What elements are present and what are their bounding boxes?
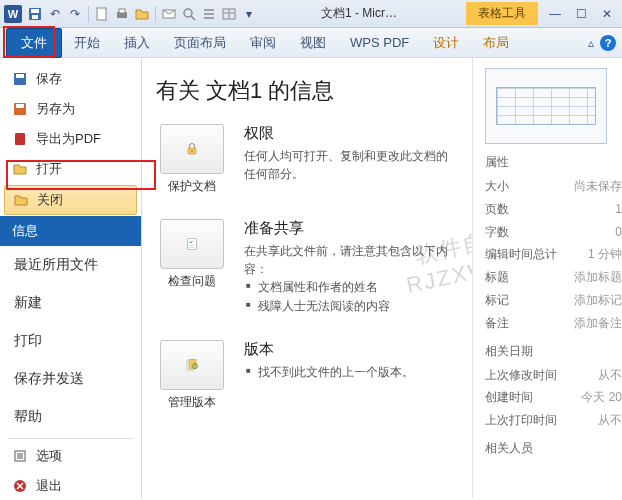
find-icon[interactable]	[180, 5, 198, 23]
close-folder-icon	[13, 192, 29, 208]
prop-created-value: 今天 20	[581, 386, 622, 409]
tab-layout[interactable]: 页面布局	[162, 28, 238, 58]
check-item: 残障人士无法阅读的内容	[244, 297, 458, 316]
open-icon	[12, 161, 28, 177]
tab-wps-pdf[interactable]: WPS PDF	[338, 29, 421, 56]
properties-panel: 属性 大小尚未保存 页数1 字数0 编辑时间总计1 分钟 标题添加标题 标记添加…	[472, 58, 622, 498]
prop-printed-value: 从不	[598, 409, 622, 432]
sidebar-export-pdf[interactable]: 导出为PDF	[0, 124, 141, 154]
window-controls: — ☐ ✕	[544, 6, 618, 22]
sidebar-open[interactable]: 打开	[0, 154, 141, 184]
prop-created-label: 创建时间	[485, 386, 533, 409]
sidebar-save-as[interactable]: 另存为	[0, 94, 141, 124]
permissions-text: 任何人均可打开、复制和更改此文档的任何部分。	[244, 147, 458, 183]
prop-size-value: 尚未保存	[574, 175, 622, 198]
prop-pages-label: 页数	[485, 198, 509, 221]
versions-heading: 版本	[244, 340, 458, 359]
svg-rect-11	[16, 74, 24, 78]
tab-view[interactable]: 视图	[288, 28, 338, 58]
exit-icon	[12, 478, 28, 494]
prop-words-value: 0	[615, 221, 622, 244]
svg-rect-5	[119, 9, 125, 13]
prop-edittime-label: 编辑时间总计	[485, 243, 557, 266]
prop-words-label: 字数	[485, 221, 509, 244]
versions-icon	[160, 340, 224, 390]
sidebar-print[interactable]: 打印	[0, 322, 141, 360]
svg-line-8	[191, 16, 195, 20]
separator	[155, 6, 156, 22]
ribbon-minimize-icon[interactable]: ▵	[588, 36, 594, 50]
backstage-view: 保存 另存为 导出为PDF 打开 关闭 信息 最近所用文件 新建 打印 保存并发…	[0, 58, 622, 498]
svg-rect-19	[188, 239, 197, 250]
people-heading: 相关人员	[485, 440, 622, 457]
document-thumbnail[interactable]	[485, 68, 607, 144]
prop-title-value[interactable]: 添加标题	[574, 266, 622, 289]
check-item: 文档属性和作者的姓名	[244, 278, 458, 297]
sidebar-recent[interactable]: 最近所用文件	[0, 246, 141, 284]
save-as-icon	[12, 101, 28, 117]
permissions-heading: 权限	[244, 124, 458, 143]
options-icon	[12, 448, 28, 464]
separator	[8, 438, 133, 439]
prop-title-label: 标题	[485, 266, 509, 289]
toc-icon[interactable]	[200, 5, 218, 23]
check-section: 检查问题 准备共享 在共享此文件前，请注意其包含以下内容： 文档属性和作者的姓名…	[156, 219, 458, 316]
prop-modified-label: 上次修改时间	[485, 364, 557, 387]
prop-notes-value[interactable]: 添加备注	[574, 312, 622, 335]
tab-home[interactable]: 开始	[62, 28, 112, 58]
tab-insert[interactable]: 插入	[112, 28, 162, 58]
save-icon[interactable]	[26, 5, 44, 23]
prop-pages-value: 1	[615, 198, 622, 221]
tab-file[interactable]: 文件	[6, 28, 62, 58]
sidebar-help[interactable]: 帮助	[0, 398, 141, 436]
prop-tags-value[interactable]: 添加标记	[574, 289, 622, 312]
checklist-icon	[160, 219, 224, 269]
open-folder-icon[interactable]	[133, 5, 151, 23]
redo-icon[interactable]: ↷	[66, 5, 84, 23]
table-icon[interactable]	[220, 5, 238, 23]
page-title: 有关 文档1 的信息	[156, 76, 458, 106]
version-text: 找不到此文件的上一个版本。	[244, 363, 458, 382]
help-icon[interactable]: ?	[600, 35, 616, 51]
prop-size-label: 大小	[485, 175, 509, 198]
close-window-button[interactable]: ✕	[596, 6, 618, 22]
manage-versions-button[interactable]: 管理版本	[156, 340, 228, 411]
prop-edittime-value: 1 分钟	[588, 243, 622, 266]
ribbon-tabs: 文件 开始 插入 页面布局 审阅 视图 WPS PDF 设计 布局 ▵ ?	[0, 28, 622, 58]
sidebar-options[interactable]: 选项	[0, 441, 141, 471]
svg-rect-2	[32, 15, 38, 19]
sidebar-save[interactable]: 保存	[0, 64, 141, 94]
version-section: 管理版本 版本 找不到此文件的上一个版本。	[156, 340, 458, 411]
contextual-tab-label: 表格工具	[466, 2, 538, 25]
svg-rect-1	[31, 9, 39, 13]
email-icon[interactable]	[160, 5, 178, 23]
save-icon	[12, 71, 28, 87]
lock-shield-icon	[160, 124, 224, 174]
svg-rect-14	[15, 133, 25, 145]
quick-access-toolbar: ↶ ↷ ▾	[26, 5, 258, 23]
sidebar-new[interactable]: 新建	[0, 284, 141, 322]
sidebar-close[interactable]: 关闭	[4, 185, 137, 215]
tab-table-layout[interactable]: 布局	[471, 28, 521, 58]
print-icon[interactable]	[113, 5, 131, 23]
backstage-main: 有关 文档1 的信息 保护文档 权限 任何人均可打开、复制和更改此文档的任何部分…	[142, 58, 472, 498]
maximize-button[interactable]: ☐	[570, 6, 592, 22]
sidebar-save-send[interactable]: 保存并发送	[0, 360, 141, 398]
sidebar-exit[interactable]: 退出	[0, 471, 141, 500]
prop-printed-label: 上次打印时间	[485, 409, 557, 432]
window-title: 文档1 - Micr…	[258, 5, 460, 22]
tab-review[interactable]: 审阅	[238, 28, 288, 58]
protect-document-button[interactable]: 保护文档	[156, 124, 228, 195]
separator	[88, 6, 89, 22]
new-doc-icon[interactable]	[93, 5, 111, 23]
minimize-button[interactable]: —	[544, 6, 566, 22]
sidebar-info[interactable]: 信息	[0, 216, 141, 246]
svg-point-18	[191, 150, 193, 152]
check-issues-button[interactable]: 检查问题	[156, 219, 228, 316]
undo-icon[interactable]: ↶	[46, 5, 64, 23]
properties-heading: 属性	[485, 154, 622, 171]
svg-point-7	[184, 9, 192, 17]
tab-design[interactable]: 设计	[421, 28, 471, 58]
qat-dropdown-icon[interactable]: ▾	[240, 5, 258, 23]
pdf-icon	[12, 131, 28, 147]
